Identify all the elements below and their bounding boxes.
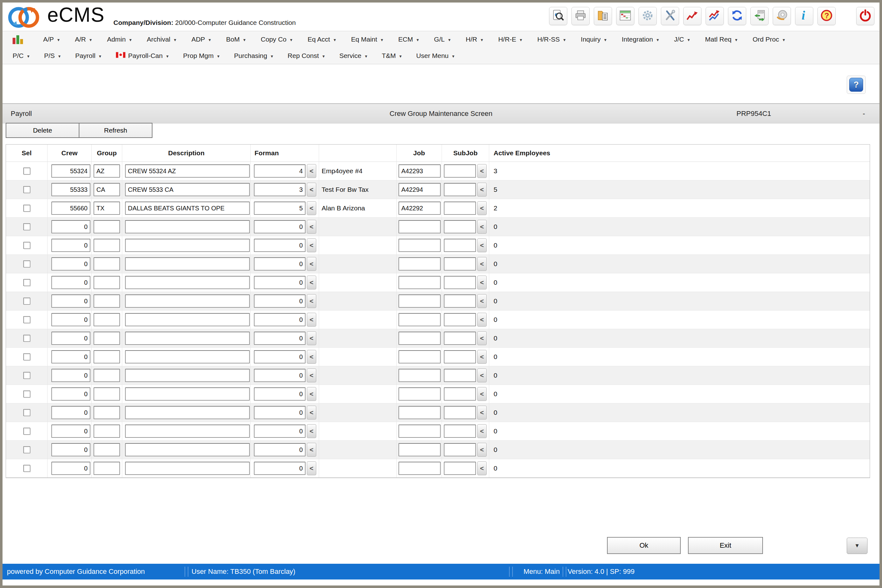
menu-rep-const[interactable]: Rep Const▼ (288, 52, 326, 60)
description-input[interactable] (125, 313, 250, 326)
forman-lookup-button[interactable]: < (307, 332, 316, 345)
forman-input[interactable] (254, 462, 306, 475)
row-select-checkbox[interactable] (23, 261, 30, 267)
crew-input[interactable] (51, 443, 90, 456)
subjob-lookup-button[interactable]: < (477, 387, 487, 401)
row-select-checkbox[interactable] (23, 316, 30, 323)
group-input[interactable] (93, 369, 120, 382)
forman-input[interactable] (254, 239, 306, 252)
crew-input[interactable] (51, 332, 90, 345)
group-input[interactable] (93, 462, 120, 475)
menu-ecm[interactable]: ECM▼ (398, 36, 420, 43)
job-input[interactable] (399, 239, 441, 252)
subjob-lookup-button[interactable]: < (477, 313, 487, 327)
crew-input[interactable] (51, 220, 90, 233)
documents-button[interactable] (594, 7, 612, 25)
subjob-lookup-button[interactable]: < (477, 443, 487, 457)
row-select-checkbox[interactable] (23, 409, 30, 416)
subjob-input[interactable] (444, 350, 476, 363)
menu-copy-co[interactable]: Copy Co▼ (261, 36, 293, 43)
description-input[interactable] (125, 257, 250, 270)
print-button[interactable] (572, 7, 590, 25)
ok-button[interactable]: Ok (607, 537, 681, 554)
subjob-input[interactable] (444, 406, 476, 419)
job-input[interactable] (399, 276, 441, 289)
crew-input[interactable] (51, 257, 90, 270)
forman-input[interactable] (254, 220, 306, 233)
job-input[interactable] (399, 424, 441, 438)
description-input[interactable] (125, 369, 250, 382)
subjob-input[interactable] (444, 424, 476, 438)
forman-input[interactable] (254, 443, 306, 456)
crew-input[interactable] (51, 276, 90, 289)
forman-input[interactable] (254, 387, 306, 400)
forman-lookup-button[interactable]: < (307, 443, 316, 457)
forman-lookup-button[interactable]: < (307, 369, 316, 382)
menu-eq-maint[interactable]: Eq Maint▼ (351, 36, 384, 43)
description-input[interactable] (125, 183, 250, 196)
job-input[interactable] (399, 202, 441, 215)
description-input[interactable] (125, 462, 250, 475)
subjob-lookup-button[interactable]: < (477, 164, 487, 178)
forman-lookup-button[interactable]: < (307, 424, 316, 438)
screen-help-button[interactable]: ? (847, 76, 866, 94)
row-select-checkbox[interactable] (23, 168, 30, 174)
row-select-checkbox[interactable] (23, 186, 30, 193)
description-input[interactable] (125, 294, 250, 308)
forman-input[interactable] (254, 257, 306, 270)
subjob-lookup-button[interactable]: < (477, 276, 487, 290)
group-input[interactable] (93, 387, 120, 400)
subjob-input[interactable] (444, 443, 476, 456)
row-select-checkbox[interactable] (23, 298, 30, 304)
menu-adp[interactable]: ADP▼ (192, 36, 212, 43)
subjob-lookup-button[interactable]: < (477, 238, 487, 252)
subjob-input[interactable] (444, 332, 476, 345)
refresh-button[interactable] (728, 7, 746, 25)
job-input[interactable] (399, 387, 441, 400)
menu-archival[interactable]: Archival▼ (147, 36, 177, 43)
web-disc-button[interactable] (773, 7, 791, 25)
subjob-lookup-button[interactable]: < (477, 294, 487, 308)
crew-input[interactable] (51, 239, 90, 252)
file-transfer-button[interactable] (750, 7, 769, 25)
subjob-input[interactable] (444, 462, 476, 475)
subjob-input[interactable] (444, 387, 476, 400)
group-input[interactable] (93, 164, 120, 178)
menu-j-c[interactable]: J/C▼ (674, 36, 690, 43)
forman-lookup-button[interactable]: < (307, 238, 316, 252)
menu-a-r[interactable]: A/R▼ (75, 36, 93, 43)
job-input[interactable] (399, 183, 441, 196)
group-input[interactable] (93, 294, 120, 308)
menu-ord-proc[interactable]: Ord Proc▼ (753, 36, 786, 43)
job-input[interactable] (399, 350, 441, 363)
subjob-input[interactable] (444, 183, 476, 196)
group-input[interactable] (93, 313, 120, 326)
subjob-lookup-button[interactable]: < (477, 332, 487, 345)
subjob-input[interactable] (444, 369, 476, 382)
refresh-button[interactable]: Refresh (79, 123, 153, 138)
crew-input[interactable] (51, 313, 90, 326)
group-input[interactable] (93, 443, 120, 456)
description-input[interactable] (125, 387, 250, 400)
subjob-input[interactable] (444, 294, 476, 308)
crew-input[interactable] (51, 424, 90, 438)
menu-p-c[interactable]: P/C▼ (13, 52, 30, 60)
forman-lookup-button[interactable]: < (307, 183, 316, 196)
info-button[interactable]: i (795, 7, 813, 25)
subjob-lookup-button[interactable]: < (477, 350, 487, 364)
subjob-input[interactable] (444, 239, 476, 252)
forman-lookup-button[interactable]: < (307, 294, 316, 308)
bar-chart-icon[interactable] (13, 34, 23, 44)
forman-input[interactable] (254, 350, 306, 363)
row-select-checkbox[interactable] (23, 428, 30, 435)
forman-lookup-button[interactable]: < (307, 257, 316, 271)
group-input[interactable] (93, 350, 120, 363)
subjob-lookup-button[interactable]: < (477, 461, 487, 475)
forman-lookup-button[interactable]: < (307, 164, 316, 178)
job-input[interactable] (399, 164, 441, 178)
menu-g-l[interactable]: G/L▼ (434, 36, 452, 43)
description-input[interactable] (125, 220, 250, 233)
group-input[interactable] (93, 257, 120, 270)
help-button[interactable]: ? (818, 7, 836, 25)
group-input[interactable] (93, 276, 120, 289)
